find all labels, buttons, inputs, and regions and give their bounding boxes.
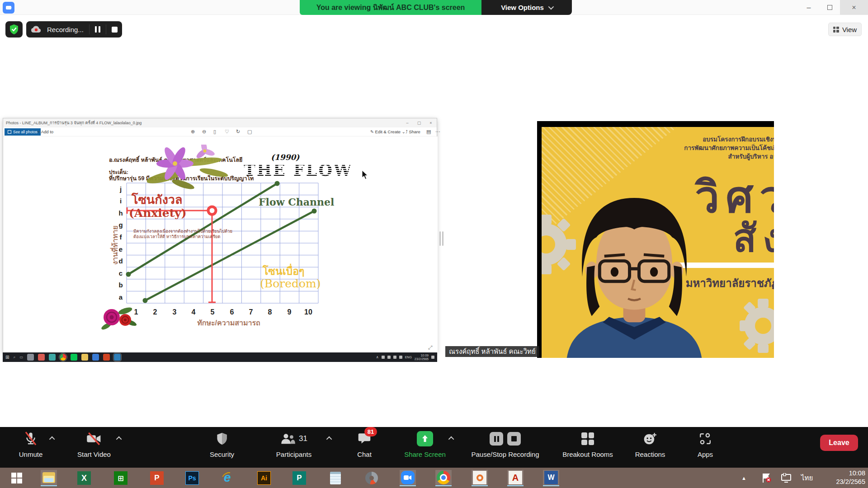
maximize-button[interactable] bbox=[819, 0, 840, 15]
taskbar-excel[interactable]: X bbox=[76, 470, 92, 486]
viewing-banner: You are viewing นิพัฒน์ ABC CLUB's scree… bbox=[300, 0, 481, 15]
tray-show-hidden-icons[interactable]: ▲ bbox=[741, 468, 746, 488]
leave-button[interactable]: Leave bbox=[820, 435, 858, 451]
taskbar-photoshop[interactable]: Ps bbox=[184, 470, 200, 486]
marker-lines bbox=[127, 207, 216, 303]
taskbar-photoscape[interactable] bbox=[363, 470, 380, 486]
edit-create-button: ✎ Edit & Create ⌄ bbox=[370, 129, 406, 134]
chat-unread-badge: 81 bbox=[364, 427, 377, 436]
divider bbox=[89, 24, 90, 34]
apps-label: Apps bbox=[698, 450, 713, 458]
poster-text-lines: อบรมโครงการฝึกอบรมเชิงป การพัฒนาศักยภาพค… bbox=[605, 135, 774, 161]
grid-view-icon bbox=[833, 27, 839, 33]
view-options-button[interactable]: View Options bbox=[481, 0, 572, 15]
y-axis-label: งานที่ท้าทาย bbox=[109, 214, 121, 277]
participant-video-content: อบรมโครงการฝึกอบรมเชิงป การพัฒนาศักยภาพค… bbox=[542, 127, 774, 358]
pause-stop-recording-button[interactable]: Pause/Stop Recording bbox=[466, 431, 545, 458]
anxiety-note-2: ต้องแบ่งเวลาให้ดี หาวิธีการบรรเทาความเคร… bbox=[133, 233, 220, 240]
stop-recording-button[interactable] bbox=[112, 27, 118, 33]
start-video-label: Start Video bbox=[77, 450, 111, 458]
print-icon: ▤ bbox=[426, 129, 431, 135]
apps-button[interactable]: Apps bbox=[687, 431, 723, 458]
chat-button[interactable]: Chat bbox=[346, 431, 382, 458]
close-button[interactable]: × bbox=[840, 0, 868, 15]
folder-icon bbox=[81, 354, 88, 361]
excel-icon: X bbox=[77, 471, 91, 485]
folder-icon bbox=[42, 472, 55, 483]
taskbar-publisher[interactable]: P bbox=[291, 470, 307, 486]
share-screen-label: Share Screen bbox=[404, 450, 446, 458]
taskbar-powerpoint[interactable]: P bbox=[149, 470, 165, 486]
breakout-rooms-button[interactable]: Breakout Rooms bbox=[558, 431, 617, 458]
anxiety-zone-label-en: (Anxiety) bbox=[129, 206, 187, 220]
flow-channel-label: Flow Channel bbox=[259, 196, 334, 208]
apps-icon bbox=[699, 432, 712, 445]
taskbar-file-explorer[interactable] bbox=[41, 470, 57, 486]
language-indicator[interactable]: ไทย bbox=[801, 468, 813, 488]
cloud-recording-icon bbox=[31, 25, 42, 33]
illustrator-icon: Ai bbox=[257, 471, 271, 485]
pause-recording-button[interactable] bbox=[95, 26, 100, 33]
rotate-icon: ↻ bbox=[236, 129, 240, 135]
zoom-app-icon bbox=[3, 2, 14, 14]
smiley-plus-icon bbox=[643, 432, 657, 446]
chat-label: Chat bbox=[357, 450, 372, 458]
taskbar-clock[interactable]: 10:08 23/2/2565 bbox=[824, 469, 865, 486]
shared-screen-taskbar: ⊞ ⌕ ▭ ∧ ENG 10:09 23/2/2565 bbox=[3, 352, 437, 362]
unmute-button[interactable]: Unmute bbox=[14, 431, 48, 458]
divider bbox=[106, 24, 106, 34]
chrome-icon bbox=[437, 471, 450, 484]
add-to-label: Add to bbox=[41, 129, 53, 134]
task-view-icon: ▭ bbox=[19, 355, 23, 359]
camera-icon bbox=[6, 6, 11, 9]
x-tick: 10 bbox=[302, 308, 315, 316]
stop-icon[interactable] bbox=[507, 432, 521, 446]
participants-icon bbox=[280, 432, 296, 445]
poster-big-text-2: สัง bbox=[733, 207, 774, 268]
x-tick: 6 bbox=[225, 308, 239, 316]
reactions-button[interactable]: Reactions bbox=[628, 431, 672, 458]
zoom-meeting-window: You are viewing นิพัฒน์ ABC CLUB's scree… bbox=[0, 0, 868, 488]
app-icon bbox=[92, 354, 99, 361]
shield-icon bbox=[216, 432, 228, 446]
y-tick: i bbox=[117, 197, 124, 205]
windows-start-button[interactable] bbox=[9, 470, 25, 486]
add-to-button: + Add to bbox=[38, 129, 53, 134]
x-tick: 3 bbox=[168, 308, 181, 316]
view-options-label: View Options bbox=[501, 4, 544, 11]
security-button[interactable]: Security bbox=[205, 431, 239, 458]
minimize-button[interactable]: – bbox=[798, 0, 819, 15]
taskbar-notepad[interactable] bbox=[327, 470, 344, 486]
y-tick: a bbox=[117, 293, 124, 301]
participant-name: ณรงค์ฤทธิ์ หล้าพันธ์ คณะวิทย์ bbox=[449, 346, 536, 357]
taskbar-word[interactable]: W bbox=[543, 470, 559, 486]
taskbar-ocam[interactable] bbox=[472, 470, 488, 486]
image-icon bbox=[8, 130, 11, 134]
participant-video-tile[interactable]: อบรมโครงการฝึกอบรมเชิงป การพัฒนาศักยภาพค… bbox=[537, 121, 774, 358]
taskbar-zoom[interactable] bbox=[400, 470, 416, 486]
pane-resize-handle[interactable] bbox=[439, 231, 443, 246]
ocam-icon bbox=[473, 471, 486, 484]
share-screen-button[interactable]: Share Screen bbox=[398, 431, 452, 458]
edit-create-label: Edit & Create bbox=[375, 129, 401, 134]
lily-flower-decoration bbox=[147, 145, 228, 192]
start-video-button[interactable]: Start Video bbox=[72, 431, 116, 458]
network-display-icon[interactable] bbox=[780, 468, 792, 488]
action-center-flag-icon[interactable] bbox=[761, 468, 772, 488]
photo-canvas: อ.ณรงค์ฤทธิ์ หล้าพันธ์ คณะวิทยาศาสตร์และ… bbox=[3, 136, 438, 353]
poster-line-2: การพัฒนาศักยภาพความเป็นโค้ชเกี่ bbox=[684, 145, 774, 151]
share-up-arrow-icon bbox=[417, 431, 433, 446]
taskbar-internet-explorer[interactable]: e bbox=[220, 470, 236, 486]
gallery-view-button[interactable]: View bbox=[828, 23, 862, 36]
taskbar-illustrator[interactable]: Ai bbox=[256, 470, 272, 486]
taskbar-acrobat[interactable]: A bbox=[507, 470, 524, 486]
zoom-in-icon: ⊕ bbox=[191, 129, 195, 135]
pause-icon[interactable] bbox=[490, 432, 503, 446]
photos-maximize-icon: ▢ bbox=[413, 118, 425, 127]
participants-button[interactable]: 31 Participants bbox=[271, 431, 316, 458]
taskbar-microsoft-store[interactable]: ⊞ bbox=[113, 470, 129, 486]
taskbar-chrome[interactable] bbox=[435, 470, 452, 486]
x-tick: 2 bbox=[148, 308, 162, 316]
meeting-security-shield-button[interactable] bbox=[5, 21, 23, 38]
app-icon bbox=[38, 354, 45, 361]
